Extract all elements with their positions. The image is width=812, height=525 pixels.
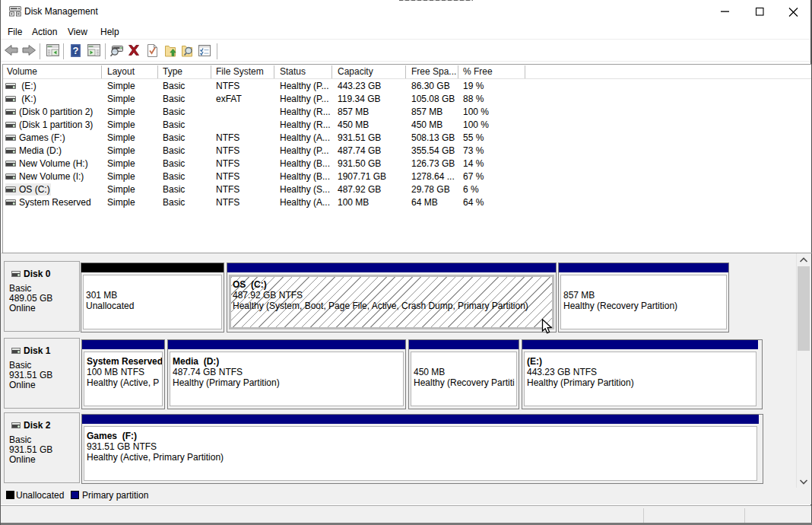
svg-text:?: ? (73, 45, 79, 56)
